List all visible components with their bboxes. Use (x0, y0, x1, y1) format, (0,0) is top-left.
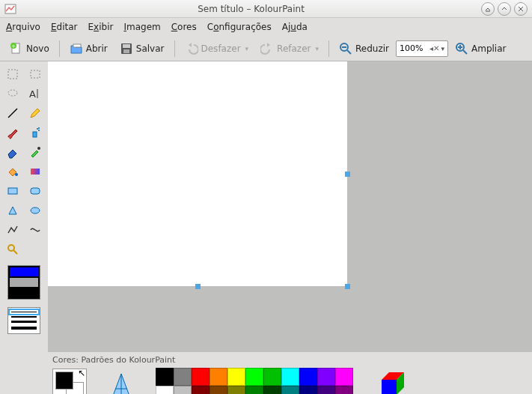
color-swatch[interactable] (263, 386, 281, 394)
color-swatch[interactable] (299, 368, 317, 386)
svg-point-27 (37, 147, 40, 150)
canvas[interactable] (48, 61, 347, 286)
tool-polyline[interactable] (4, 222, 22, 238)
open-label: Abrir (86, 43, 108, 54)
redo-label: Refazer (277, 43, 311, 54)
color-cube[interactable] (374, 369, 409, 394)
app-icon (4, 3, 16, 15)
new-label: Novo (26, 43, 49, 54)
color-swatch[interactable] (317, 368, 335, 386)
svg-rect-7 (73, 44, 81, 47)
color-swatch[interactable] (227, 368, 245, 386)
tool-pencil[interactable] (26, 105, 44, 121)
swap-colors-icon[interactable]: ↖ (78, 368, 85, 378)
tool-free-select[interactable] (4, 66, 22, 82)
zoom-out-button[interactable]: Reduzir (334, 38, 394, 59)
color-swatch[interactable] (210, 368, 227, 386)
tool-picker[interactable] (26, 144, 44, 160)
color-swatch[interactable] (245, 386, 263, 394)
save-label: Salvar (136, 43, 165, 54)
svg-line-12 (347, 50, 351, 54)
fg-bg-selector[interactable]: ↖ (52, 369, 87, 394)
tool-eraser[interactable] (4, 144, 22, 160)
menu-editar[interactable]: Editar (51, 22, 78, 32)
tool-line-width[interactable] (7, 307, 40, 334)
tool-spray[interactable] (26, 124, 44, 141)
zoom-in-label: Ampliar (471, 43, 506, 54)
color-swatch[interactable] (281, 368, 299, 386)
undo-button: Desfazer ▾ (180, 38, 254, 59)
minimize-button[interactable] (481, 2, 495, 16)
canvas-viewport[interactable] (48, 61, 532, 352)
chevron-down-icon: ▾ (315, 45, 319, 52)
resize-handle[interactable] (345, 284, 350, 289)
tool-lasso[interactable] (4, 85, 22, 102)
color-swatch[interactable] (156, 368, 174, 386)
menu-cores[interactable]: Cores (171, 22, 197, 32)
tool-zoom[interactable] (4, 241, 22, 258)
clear-icon[interactable]: ◂✕ (429, 44, 439, 52)
svg-point-26 (38, 127, 40, 129)
tool-brush[interactable] (4, 124, 22, 141)
fg-color[interactable] (55, 372, 73, 390)
color-swatch[interactable] (227, 386, 245, 394)
tool-gradient[interactable] (26, 163, 44, 180)
svg-point-25 (38, 130, 40, 131)
svg-rect-23 (33, 132, 37, 137)
maximize-button[interactable] (498, 2, 511, 16)
save-button[interactable]: Salvar (114, 38, 170, 59)
menu-imagem[interactable]: Imagem (123, 22, 160, 32)
svg-point-19 (8, 90, 17, 96)
color-palette (156, 368, 353, 394)
menu-config[interactable]: Configurações (207, 22, 272, 32)
color-swatch[interactable] (174, 368, 192, 386)
svg-point-33 (8, 245, 14, 251)
tool-polygon[interactable] (4, 202, 22, 219)
color-swatch[interactable] (192, 368, 210, 386)
tool-text[interactable]: A (26, 85, 44, 102)
open-button[interactable]: Abrir (64, 38, 113, 59)
undo-label: Desfazer (201, 43, 241, 54)
color-swatch[interactable] (335, 368, 353, 386)
resize-handle[interactable] (195, 284, 201, 289)
transparency-preview[interactable] (108, 369, 135, 394)
tool-fill-style[interactable] (7, 265, 40, 300)
menu-bar: Arquivo Editar Exibir Imagem Cores Confi… (0, 18, 532, 36)
color-swatch[interactable] (317, 386, 335, 394)
close-button[interactable] (514, 2, 528, 16)
zoom-value: 100% (400, 43, 423, 53)
tool-rect-select[interactable] (26, 66, 44, 82)
tool-ellipse[interactable] (26, 202, 44, 219)
tool-line[interactable] (4, 105, 22, 121)
svg-point-24 (37, 128, 38, 130)
color-panel: Cores: Padrões do KolourPaint ↖ (48, 352, 532, 394)
menu-arquivo[interactable]: Arquivo (6, 22, 40, 32)
resize-handle[interactable] (345, 172, 350, 177)
color-swatch[interactable] (245, 368, 263, 386)
color-swatch[interactable] (174, 386, 192, 394)
tool-rect[interactable] (4, 183, 22, 199)
zoom-field[interactable]: 100% ◂✕ ▾ (396, 40, 448, 57)
chevron-down-icon[interactable]: ▾ (441, 45, 444, 52)
new-button[interactable]: + Novo (4, 38, 55, 59)
color-swatch[interactable] (335, 386, 353, 394)
zoom-in-button[interactable]: Ampliar (450, 38, 511, 59)
color-swatch[interactable] (192, 386, 210, 394)
menu-exibir[interactable]: Exibir (88, 22, 114, 32)
svg-rect-31 (31, 188, 40, 194)
tool-fill[interactable] (4, 163, 22, 180)
color-swatch[interactable] (263, 368, 281, 386)
tool-roundrect[interactable] (26, 183, 44, 199)
title-bar: Sem título – KolourPaint (0, 0, 532, 18)
svg-rect-29 (31, 169, 40, 175)
color-swatch[interactable] (156, 386, 174, 394)
menu-ajuda[interactable]: Ajuda (282, 22, 308, 32)
tool-curve[interactable] (26, 222, 44, 238)
color-swatch[interactable] (281, 386, 299, 394)
svg-rect-18 (31, 70, 40, 78)
svg-rect-9 (123, 44, 130, 48)
svg-line-15 (463, 50, 467, 54)
color-swatch[interactable] (299, 386, 317, 394)
color-swatch[interactable] (210, 386, 227, 394)
svg-rect-10 (123, 49, 129, 53)
